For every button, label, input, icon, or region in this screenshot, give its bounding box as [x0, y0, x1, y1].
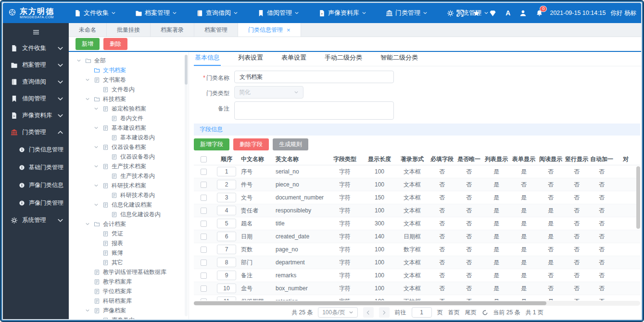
tree-node-1[interactable]: 文书档案	[76, 65, 189, 75]
tree-node-17[interactable]: 会计档案	[76, 219, 189, 229]
tree-node-27[interactable]: 声像卷内	[76, 315, 189, 319]
document-tab-3[interactable]: 档案管理	[194, 23, 238, 37]
brand-logo[interactable]: 东方明德 MINGDEDATA.COM	[9, 7, 69, 19]
row-checkbox[interactable]	[201, 234, 207, 240]
top-menu-item-1[interactable]: 档案管理	[135, 9, 177, 17]
tree-node-10[interactable]: 仪器设备卷内	[76, 152, 189, 161]
caret-down-icon[interactable]	[94, 106, 100, 111]
panel-tab-2[interactable]: 表单设置	[280, 53, 307, 66]
caret-down-icon[interactable]	[85, 222, 91, 226]
order-input[interactable]: 4	[217, 206, 236, 215]
sidebar-item-0[interactable]: 文件收集	[3, 40, 69, 57]
row-checkbox[interactable]	[201, 208, 207, 214]
sidebar-item-2[interactable]: 查询借阅	[3, 74, 69, 90]
caret-down-icon[interactable]	[76, 58, 82, 63]
first-page-link[interactable]: 首页	[448, 309, 460, 317]
tree-node-7[interactable]: 基本建设档案	[76, 123, 189, 133]
row-checkbox[interactable]	[201, 247, 207, 253]
add-field-button[interactable]: 新增字段	[194, 138, 229, 150]
caret-down-icon[interactable]	[85, 308, 91, 313]
table-vertical-scrollbar[interactable]	[636, 166, 640, 229]
row-checkbox[interactable]	[201, 285, 207, 292]
tree-node-4[interactable]: 科技档案	[76, 94, 189, 104]
document-tab-0[interactable]: 未命名	[69, 23, 107, 37]
tree-node-8[interactable]: 基本建设卷内	[76, 133, 189, 142]
user-button[interactable]	[519, 10, 527, 17]
select-all-checkbox[interactable]	[201, 156, 207, 162]
goto-page-input[interactable]	[412, 307, 432, 318]
star-button[interactable]	[473, 10, 480, 17]
tree-node-11[interactable]: 生产技术档案	[76, 161, 189, 171]
row-checkbox[interactable]	[201, 195, 207, 201]
caret-down-icon[interactable]	[94, 164, 100, 169]
gem-button[interactable]	[489, 10, 496, 17]
tree-node-5[interactable]: 鉴定检验档案	[76, 104, 189, 113]
sidebar-item-1[interactable]: 档案管理	[3, 57, 69, 74]
bell-button[interactable]: 0	[536, 10, 543, 17]
sidebar-subitem-5-2[interactable]: 声像门类信息	[3, 176, 69, 194]
order-input[interactable]: 5	[217, 219, 236, 228]
sidebar-subitem-5-3[interactable]: 声像门类管理	[3, 194, 69, 212]
delete-button[interactable]: 删除	[103, 38, 127, 50]
caret-down-icon[interactable]	[94, 125, 100, 130]
close-tab-icon[interactable]: ×	[287, 27, 290, 33]
caret-down-icon[interactable]	[85, 77, 91, 82]
top-menu-item-2[interactable]: 查询借阅	[196, 9, 238, 17]
font-button[interactable]: A	[505, 10, 510, 16]
tree-node-13[interactable]: 科研技术档案	[76, 181, 189, 190]
sidebar-subitem-5-0[interactable]: 门类信息管理	[3, 141, 69, 159]
tree-node-15[interactable]: 信息化建设档案	[76, 200, 189, 210]
tree-node-19[interactable]: 报表	[76, 238, 189, 248]
order-input[interactable]: 7	[217, 245, 236, 254]
tree-node-22[interactable]: 教学训练管理基础数据库	[76, 267, 189, 277]
generate-rule-button[interactable]: 生成规则	[273, 138, 308, 150]
sidebar-collapse-button[interactable]	[3, 24, 69, 40]
tree-node-0[interactable]: 全部	[76, 56, 189, 65]
add-button[interactable]: 新增	[76, 38, 100, 50]
sidebar-item-3[interactable]: 借阅管理	[3, 90, 69, 107]
table-horizontal-scrollbar-thumb[interactable]	[194, 301, 546, 305]
order-input[interactable]: 2	[217, 180, 236, 189]
order-input[interactable]: 6	[217, 232, 236, 241]
caret-down-icon[interactable]	[85, 97, 91, 101]
row-checkbox[interactable]	[201, 182, 207, 188]
order-input[interactable]: 9	[217, 271, 236, 280]
top-menu-item-3[interactable]: 借阅管理	[257, 9, 299, 17]
panel-tab-0[interactable]: 基本信息	[194, 53, 221, 66]
top-menu-item-4[interactable]: 声像资料库	[318, 9, 366, 17]
tree-node-26[interactable]: 声像档案	[76, 306, 189, 315]
row-checkbox[interactable]	[201, 221, 207, 227]
tree-node-16[interactable]: 信息化建设卷内	[76, 210, 189, 219]
delete-field-button[interactable]: 删除字段	[233, 138, 269, 150]
last-page-link[interactable]: 尾页	[465, 309, 477, 317]
caret-down-icon[interactable]	[94, 183, 100, 188]
sidebar-item-6[interactable]: 系统管理	[3, 212, 69, 229]
sidebar-subitem-5-1[interactable]: 基础门类管理	[3, 159, 69, 176]
category-type-select[interactable]: 简化	[234, 86, 303, 99]
panel-tab-1[interactable]: 列表设置	[237, 53, 264, 66]
category-name-input[interactable]	[234, 71, 394, 83]
row-checkbox[interactable]	[201, 272, 207, 279]
tree-scrollbar-thumb[interactable]	[185, 55, 188, 85]
panel-tab-4[interactable]: 智能二级分类	[379, 53, 419, 66]
tree-node-18[interactable]: 凭证	[76, 229, 189, 238]
table-horizontal-scrollbar[interactable]	[194, 301, 640, 306]
caret-down-icon[interactable]	[94, 145, 100, 149]
top-menu-item-0[interactable]: 文件收集	[74, 9, 116, 17]
document-tab-1[interactable]: 批量挂接	[107, 23, 151, 37]
page-size-select[interactable]: 100条/页	[318, 307, 357, 318]
tree-node-21[interactable]: 其它	[76, 258, 189, 267]
refresh-icon[interactable]	[482, 310, 488, 316]
order-input[interactable]: 10	[217, 284, 236, 293]
next-page-button[interactable]	[379, 307, 390, 318]
panel-tab-3[interactable]: 手动二级分类	[324, 53, 363, 66]
tree-node-2[interactable]: 文书案卷	[76, 75, 189, 85]
order-input[interactable]: 1	[217, 167, 236, 176]
row-checkbox[interactable]	[201, 298, 207, 301]
tree-scrollbar[interactable]	[185, 55, 188, 316]
tree-node-6[interactable]: 卷内文件	[76, 113, 189, 123]
caret-down-icon[interactable]	[94, 202, 100, 207]
tree-node-24[interactable]: 学位档案库	[76, 286, 189, 296]
document-tab-2[interactable]: 档案著录	[151, 23, 194, 37]
tree-node-3[interactable]: 文件卷内	[76, 85, 189, 94]
